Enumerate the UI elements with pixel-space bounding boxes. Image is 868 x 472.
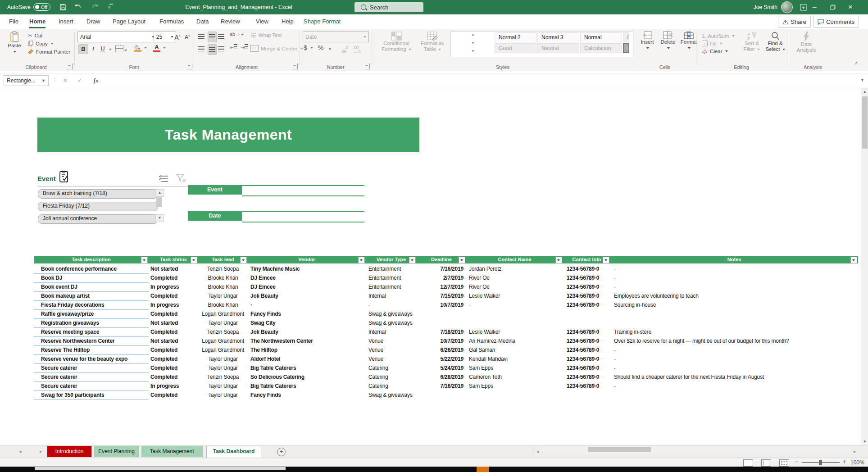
name-box[interactable]: Rectangle... ▼: [4, 75, 49, 86]
cell[interactable]: -: [610, 355, 858, 364]
cell[interactable]: -: [610, 364, 858, 373]
page-break-view-icon[interactable]: [779, 459, 789, 467]
wrap-text-button[interactable]: Wrap Text: [250, 32, 282, 38]
filter-dropdown-icon[interactable]: [850, 257, 857, 263]
cell[interactable]: 12/7/2019: [417, 283, 466, 292]
cell[interactable]: Employees are volunteering to teach: [610, 292, 858, 301]
decrease-decimal-icon[interactable]: .00→.0: [353, 45, 361, 54]
fill-button[interactable]: ↓Fill: [702, 41, 723, 46]
horizontal-scrollbar[interactable]: [543, 446, 852, 453]
cell[interactable]: Reserve venue for the beauty expo: [34, 355, 149, 364]
cell[interactable]: -: [248, 301, 366, 310]
align-right-icon[interactable]: [218, 45, 224, 53]
close-button[interactable]: ✕: [843, 0, 858, 14]
cell[interactable]: [466, 310, 563, 319]
zoom-level[interactable]: 100%: [850, 459, 864, 466]
sheet-tab-introduction[interactable]: Introduction: [47, 446, 92, 457]
underline-button[interactable]: U: [98, 44, 107, 53]
cell[interactable]: Completed: [149, 373, 198, 382]
style-normal-2[interactable]: Normal 2: [495, 32, 536, 42]
column-header-task-description[interactable]: Task description: [34, 256, 149, 263]
filter-dropdown-icon[interactable]: [409, 257, 416, 263]
cell[interactable]: Fancy Finds: [248, 391, 366, 400]
copy-button[interactable]: Copy: [28, 41, 54, 46]
cell[interactable]: [563, 319, 610, 328]
style-bad[interactable]: Bad: [623, 32, 629, 42]
undo-icon[interactable]: [74, 4, 82, 11]
cell[interactable]: Sourcing in-house: [610, 301, 858, 310]
zoom-slider-thumb[interactable]: [819, 460, 822, 465]
ribbon-tab-data[interactable]: Data: [195, 14, 209, 29]
cell[interactable]: [417, 319, 466, 328]
cell[interactable]: Joli Beauty: [248, 328, 366, 337]
cell[interactable]: Taylor Ungar: [198, 382, 248, 391]
cell[interactable]: Reserve The Hilltop: [34, 346, 149, 355]
underline-dropdown-icon[interactable]: [109, 49, 112, 50]
cell[interactable]: The Hilltop: [248, 346, 366, 355]
cell[interactable]: 1234-56789-0: [563, 364, 610, 373]
cell[interactable]: Catering: [366, 382, 417, 391]
search-box[interactable]: Search: [354, 2, 423, 12]
normal-view-icon[interactable]: [743, 459, 753, 467]
cell[interactable]: Ari Ramírez-Medina: [466, 337, 563, 346]
new-sheet-icon[interactable]: +: [277, 448, 286, 456]
cell[interactable]: 2/7/2019: [417, 274, 466, 283]
align-top-icon[interactable]: [198, 32, 205, 41]
column-header-contact-info[interactable]: Contact Info: [563, 256, 610, 263]
cell[interactable]: Swag for 350 participants: [34, 391, 149, 400]
cell[interactable]: [610, 391, 858, 400]
column-header-vendor[interactable]: Vendor: [248, 256, 366, 263]
column-header-vendor-type[interactable]: Vendor Type: [366, 256, 417, 263]
cell[interactable]: -: [610, 382, 858, 391]
ribbon-tab-home[interactable]: Home: [28, 14, 46, 29]
font-color-icon[interactable]: A: [153, 44, 160, 52]
cell[interactable]: 7/18/2019: [417, 328, 466, 337]
restore-button[interactable]: [830, 5, 836, 10]
cell[interactable]: Tenzin Soepa: [198, 373, 248, 382]
cell[interactable]: Cameron Toth: [466, 373, 563, 382]
cell[interactable]: Brooke Khan: [198, 283, 248, 292]
ribbon-tab-page-layout[interactable]: Page Layout: [112, 14, 146, 29]
date-field-value[interactable]: [242, 211, 364, 222]
cell[interactable]: Training in-store: [610, 328, 858, 337]
autosave-toggle[interactable]: AutoSave Off: [7, 3, 50, 11]
cell[interactable]: Swag & giveaways: [366, 310, 417, 319]
slicer-scrollbar[interactable]: ▲ ▼: [155, 189, 163, 222]
cell[interactable]: Taylor Ungar: [198, 355, 248, 364]
style-normal[interactable]: Normal: [580, 32, 622, 42]
bold-button[interactable]: B: [78, 44, 88, 54]
cell[interactable]: 7/16/2019: [417, 382, 466, 391]
scroll-up-icon[interactable]: ▲: [155, 189, 164, 197]
clear-button[interactable]: Clear: [702, 49, 728, 54]
cell[interactable]: Reserve Northwestern Center: [34, 337, 149, 346]
collapse-ribbon-icon[interactable]: ˄: [855, 60, 858, 66]
cell[interactable]: Venue: [366, 346, 417, 355]
align-left-icon[interactable]: [198, 45, 205, 53]
cell[interactable]: Catering: [366, 373, 417, 382]
cell[interactable]: 1234-56789-0: [563, 274, 610, 283]
cell[interactable]: Over $2k to reserve for a night — might …: [610, 337, 858, 346]
sheet-tab-task-management[interactable]: Task Management: [141, 446, 203, 457]
cut-button[interactable]: ✂Cut: [28, 32, 43, 39]
cell[interactable]: [417, 391, 466, 400]
cell[interactable]: Book DJ: [34, 274, 149, 283]
cell[interactable]: [466, 391, 563, 400]
clipboard-dialog-launcher[interactable]: ⌐: [67, 64, 73, 69]
cell[interactable]: Sam Epps: [466, 382, 563, 391]
page-layout-view-icon[interactable]: [761, 459, 771, 467]
sort-filter-button[interactable]: AZ Sort &Filter: [741, 32, 763, 52]
cell[interactable]: Tenzin Soepa: [198, 328, 248, 337]
cell[interactable]: 5/24/2019: [417, 364, 466, 373]
cell[interactable]: 7/16/2019: [417, 265, 466, 274]
cell[interactable]: Logan Grandmont: [198, 310, 248, 319]
cell[interactable]: [417, 310, 466, 319]
merge-center-button[interactable]: Merge & Center: [250, 45, 303, 52]
align-middle-icon[interactable]: [208, 32, 217, 42]
hscroll-left-icon[interactable]: ◂: [536, 445, 539, 458]
scroll-thumb[interactable]: [156, 197, 162, 207]
cell[interactable]: Tiny Machine Music: [248, 265, 366, 274]
cell[interactable]: DJ Emcee: [248, 274, 366, 283]
cell[interactable]: The Northwestern Center: [248, 337, 366, 346]
cell[interactable]: Joli Beauty: [248, 292, 366, 301]
zoom-out-icon[interactable]: −: [795, 458, 798, 465]
